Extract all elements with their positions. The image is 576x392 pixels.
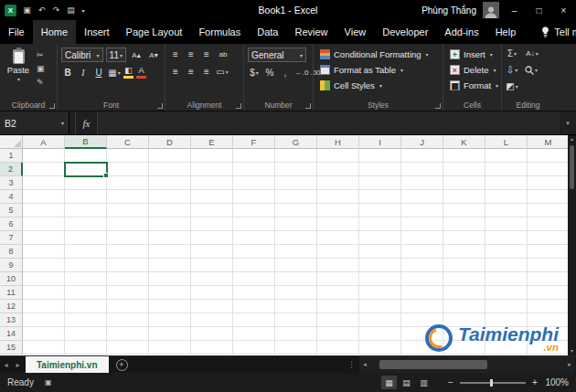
cell-A6[interactable] — [23, 217, 65, 231]
format-button[interactable]: ▦ Format ▾ — [447, 78, 497, 93]
cell-M3[interactable] — [528, 176, 568, 190]
cell-C3[interactable] — [107, 176, 149, 190]
comma-format-button[interactable]: , — [279, 66, 292, 79]
cell-E12[interactable] — [191, 300, 233, 313]
cell-D4[interactable] — [149, 190, 191, 204]
cell-C11[interactable] — [107, 286, 149, 300]
cell-H15[interactable] — [317, 341, 359, 355]
cell-L5[interactable] — [485, 204, 528, 217]
cell-J5[interactable] — [401, 204, 443, 217]
clipboard-dialog-launcher[interactable] — [49, 103, 55, 109]
delete-button[interactable]: × Delete ▾ — [447, 62, 497, 78]
cell-H5[interactable] — [317, 204, 359, 217]
number-dialog-launcher[interactable] — [305, 103, 311, 109]
name-box[interactable]: B2 ▾ — [0, 111, 69, 134]
format-as-table-button[interactable]: Format as Table ▾ — [317, 62, 439, 78]
tab-view[interactable]: View — [336, 20, 375, 44]
column-header-h[interactable]: H — [317, 135, 359, 149]
macro-record-icon[interactable]: ▣ — [45, 378, 52, 387]
number-format-combo[interactable]: General▾ — [248, 48, 306, 62]
column-header-j[interactable]: J — [401, 135, 443, 149]
font-size-combo[interactable]: 11▾ — [106, 48, 126, 62]
cell-G5[interactable] — [275, 204, 317, 217]
tab-help[interactable]: Help — [487, 20, 525, 44]
font-name-combo[interactable]: Calibri▾ — [61, 48, 103, 62]
cell-H10[interactable] — [317, 272, 359, 286]
italic-button[interactable]: I — [77, 66, 90, 79]
cell-G1[interactable] — [275, 149, 317, 163]
cell-A10[interactable] — [23, 272, 65, 286]
cell-I2[interactable] — [359, 163, 401, 176]
cell-H3[interactable] — [317, 176, 359, 190]
cut-icon[interactable]: ✂ — [37, 50, 45, 59]
tell-me-button[interactable]: Tell me — [533, 20, 576, 44]
fill-color-button[interactable]: ◧ — [123, 67, 133, 79]
align-middle-icon[interactable]: ≡ — [185, 48, 197, 61]
cell-G13[interactable] — [275, 313, 317, 327]
cell-E7[interactable] — [191, 231, 233, 245]
cell-E4[interactable] — [191, 190, 233, 204]
cell-C1[interactable] — [107, 149, 149, 163]
fill-button[interactable]: ⇩▾ — [506, 63, 518, 77]
sheet-nav-right-icon[interactable]: ▸ — [12, 361, 24, 369]
bold-button[interactable]: B — [61, 66, 74, 79]
row-header-12[interactable]: 12 — [0, 300, 23, 313]
cell-C14[interactable] — [107, 327, 149, 341]
column-header-a[interactable]: A — [23, 135, 65, 149]
row-header-13[interactable]: 13 — [0, 313, 23, 327]
cell-M13[interactable] — [528, 313, 568, 327]
cell-F3[interactable] — [233, 176, 275, 190]
cell-E15[interactable] — [191, 341, 233, 355]
cell-G6[interactable] — [275, 217, 317, 231]
cell-D10[interactable] — [149, 272, 191, 286]
cell-F11[interactable] — [233, 286, 275, 300]
grow-font-icon[interactable]: A▴ — [129, 48, 144, 62]
cell-J10[interactable] — [401, 272, 443, 286]
cell-I1[interactable] — [359, 149, 401, 163]
row-header-8[interactable]: 8 — [0, 245, 23, 259]
qat-customize-icon[interactable]: ▾ — [79, 3, 88, 17]
row-header-4[interactable]: 4 — [0, 190, 23, 204]
cell-F2[interactable] — [233, 163, 275, 176]
cell-L13[interactable] — [485, 313, 528, 327]
row-header-10[interactable]: 10 — [0, 272, 23, 286]
cell-D12[interactable] — [149, 300, 191, 313]
cell-K2[interactable] — [443, 163, 485, 176]
cell-G15[interactable] — [275, 341, 317, 355]
paste-button[interactable]: Paste ▾ — [4, 48, 33, 99]
tab-file[interactable]: File — [0, 20, 33, 44]
cell-K4[interactable] — [443, 190, 485, 204]
cell-D15[interactable] — [149, 341, 191, 355]
cell-H4[interactable] — [317, 190, 359, 204]
cell-K7[interactable] — [443, 231, 485, 245]
cell-B5[interactable] — [65, 204, 107, 217]
cell-B14[interactable] — [65, 327, 107, 341]
cell-L12[interactable] — [485, 300, 528, 313]
vertical-scrollbar[interactable]: ▴ ▾ — [568, 135, 576, 355]
font-color-button[interactable]: A — [136, 67, 146, 79]
cell-B2[interactable] — [65, 163, 107, 176]
cell-L11[interactable] — [485, 286, 528, 300]
cell-E13[interactable] — [191, 313, 233, 327]
align-center-icon[interactable]: ≡ — [185, 65, 197, 79]
cell-G3[interactable] — [275, 176, 317, 190]
cell-B15[interactable] — [65, 341, 107, 355]
cell-F14[interactable] — [233, 327, 275, 341]
currency-format-button[interactable]: $▾ — [248, 66, 261, 79]
cell-A11[interactable] — [23, 286, 65, 300]
row-header-11[interactable]: 11 — [0, 286, 23, 300]
cell-M15[interactable] — [528, 341, 568, 355]
cell-F6[interactable] — [233, 217, 275, 231]
cell-E1[interactable] — [191, 149, 233, 163]
format-painter-icon[interactable]: ✎ — [37, 78, 45, 87]
cell-J3[interactable] — [401, 176, 443, 190]
cell-K10[interactable] — [443, 272, 485, 286]
cell-D7[interactable] — [149, 231, 191, 245]
row-header-2[interactable]: 2 — [0, 163, 23, 176]
conditional-formatting-button[interactable]: Conditional Formatting ▾ — [317, 47, 439, 62]
cell-J9[interactable] — [401, 259, 443, 272]
cell-B10[interactable] — [65, 272, 107, 286]
cell-F8[interactable] — [233, 245, 275, 259]
cell-D13[interactable] — [149, 313, 191, 327]
cell-D5[interactable] — [149, 204, 191, 217]
